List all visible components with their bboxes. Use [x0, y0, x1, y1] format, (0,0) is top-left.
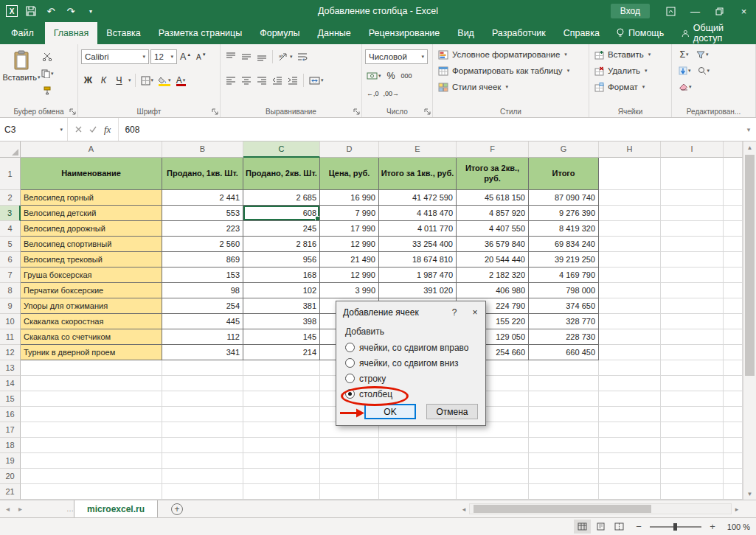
- cell-A17[interactable]: [21, 422, 162, 438]
- ok-button[interactable]: OK: [364, 404, 416, 419]
- cell-D6[interactable]: 21 490: [320, 252, 379, 268]
- cell-C5[interactable]: 2 816: [243, 237, 320, 252]
- merge-center-button[interactable]: ▾: [308, 73, 325, 88]
- cell-C8[interactable]: 102: [243, 283, 320, 298]
- cell-G18[interactable]: [529, 438, 599, 453]
- cell-B21[interactable]: [162, 484, 243, 500]
- cell-D7[interactable]: 12 990: [320, 268, 379, 283]
- cell-G7[interactable]: 4 169 790: [529, 268, 599, 283]
- cell-G15[interactable]: [529, 391, 599, 407]
- autosum-button[interactable]: Σ▾: [677, 47, 691, 62]
- zoom-out-icon[interactable]: −: [634, 521, 643, 532]
- cell-I4[interactable]: [661, 221, 724, 237]
- cell-C10[interactable]: 398: [243, 314, 320, 329]
- row-header-4[interactable]: 4: [0, 221, 21, 237]
- underline-button[interactable]: Ч: [112, 73, 126, 88]
- decrease-decimal-button[interactable]: ,00→: [382, 86, 401, 101]
- undo-icon[interactable]: ↶: [44, 4, 58, 18]
- paste-button[interactable]: Вставить▾: [3, 46, 40, 98]
- cell-F1[interactable]: Итого за 2кв., руб.: [457, 158, 529, 190]
- prev-sheet-icon[interactable]: ◂: [6, 505, 10, 513]
- normal-view-icon[interactable]: [574, 520, 591, 534]
- cell-I11[interactable]: [661, 329, 724, 345]
- increase-decimal-button[interactable]: ←,0: [365, 86, 381, 101]
- cell-x21[interactable]: [724, 484, 743, 500]
- radio-icon[interactable]: [345, 389, 355, 399]
- column-header-D[interactable]: D: [320, 141, 379, 158]
- copy-button[interactable]: ▾: [40, 66, 55, 81]
- cell-D19[interactable]: [320, 453, 379, 469]
- cell-I19[interactable]: [661, 453, 724, 469]
- cell-F18[interactable]: [457, 438, 529, 453]
- cell-G20[interactable]: [529, 469, 599, 484]
- font-size-combo[interactable]: 12▾: [150, 49, 177, 64]
- insert-cells-button[interactable]: Вставить▾: [592, 46, 669, 63]
- insert-function-icon[interactable]: fx: [104, 124, 111, 136]
- cell-A13[interactable]: [21, 360, 162, 376]
- cell-E8[interactable]: 391 020: [379, 283, 457, 298]
- cell-C11[interactable]: 145: [243, 329, 320, 345]
- name-box[interactable]: C3▾: [0, 118, 68, 141]
- decrease-indent-icon[interactable]: [270, 73, 284, 88]
- column-header-I[interactable]: I: [661, 141, 724, 158]
- align-top-icon[interactable]: [223, 49, 237, 64]
- cell-G8[interactable]: 798 000: [529, 283, 599, 298]
- borders-button[interactable]: ▾: [139, 73, 156, 88]
- cell-H14[interactable]: [599, 376, 661, 391]
- cell-I1[interactable]: [661, 158, 724, 190]
- cell-H2[interactable]: [599, 190, 661, 206]
- row-header-7[interactable]: 7: [0, 268, 21, 283]
- page-break-view-icon[interactable]: [611, 520, 628, 534]
- cell-G3[interactable]: 9 276 390: [529, 206, 599, 221]
- bold-button[interactable]: Ж: [81, 73, 95, 88]
- cell-x1[interactable]: [724, 158, 743, 190]
- cell-A2[interactable]: Велосипед горный: [21, 190, 162, 206]
- cell-E20[interactable]: [379, 469, 457, 484]
- zoom-level[interactable]: 100 %: [724, 522, 750, 531]
- cell-G6[interactable]: 39 219 250: [529, 252, 599, 268]
- row-header-6[interactable]: 6: [0, 252, 21, 268]
- cell-G12[interactable]: 660 450: [529, 345, 599, 360]
- cell-F20[interactable]: [457, 469, 529, 484]
- cell-B7[interactable]: 153: [162, 268, 243, 283]
- ribbon-tab-1[interactable]: Вставка: [97, 22, 149, 44]
- font-color-button[interactable]: А▾: [174, 73, 188, 88]
- zoom-slider[interactable]: [650, 526, 701, 528]
- column-header-A[interactable]: A: [21, 141, 162, 158]
- cell-G2[interactable]: 87 090 740: [529, 190, 599, 206]
- enter-entry-icon[interactable]: [89, 126, 97, 133]
- cell-B12[interactable]: 341: [162, 345, 243, 360]
- cell-x3[interactable]: [724, 206, 743, 221]
- cell-C16[interactable]: [243, 407, 320, 422]
- row-header-16[interactable]: 16: [0, 407, 21, 422]
- cell-F5[interactable]: 36 579 840: [457, 237, 529, 252]
- radio-option-0[interactable]: ячейки, со сдвигом вправо: [345, 340, 476, 355]
- ribbon-tab-0[interactable]: Главная: [45, 22, 98, 44]
- cell-styles-button[interactable]: Стили ячеек▾: [436, 79, 586, 95]
- cell-I12[interactable]: [661, 345, 724, 360]
- cell-F4[interactable]: 4 407 550: [457, 221, 529, 237]
- cell-A6[interactable]: Велосипед трековый: [21, 252, 162, 268]
- cell-C17[interactable]: [243, 422, 320, 438]
- cell-B20[interactable]: [162, 469, 243, 484]
- tab-file[interactable]: Файл: [0, 22, 45, 44]
- cell-A19[interactable]: [21, 453, 162, 469]
- cell-B19[interactable]: [162, 453, 243, 469]
- cell-D2[interactable]: 16 990: [320, 190, 379, 206]
- cell-B13[interactable]: [162, 360, 243, 376]
- column-header-E[interactable]: E: [379, 141, 457, 158]
- cell-D21[interactable]: [320, 484, 379, 500]
- cell-A3[interactable]: Велосипед детский: [21, 206, 162, 221]
- cell-E18[interactable]: [379, 438, 457, 453]
- cell-H19[interactable]: [599, 453, 661, 469]
- cell-I18[interactable]: [661, 438, 724, 453]
- cell-A20[interactable]: [21, 469, 162, 484]
- row-header-15[interactable]: 15: [0, 391, 21, 407]
- row-header-12[interactable]: 12: [0, 345, 21, 360]
- ribbon-tab-8[interactable]: Справка: [555, 22, 608, 44]
- cell-F21[interactable]: [457, 484, 529, 500]
- row-header-8[interactable]: 8: [0, 283, 21, 298]
- cell-D4[interactable]: 17 990: [320, 221, 379, 237]
- cell-H1[interactable]: [599, 158, 661, 190]
- cell-H12[interactable]: [599, 345, 661, 360]
